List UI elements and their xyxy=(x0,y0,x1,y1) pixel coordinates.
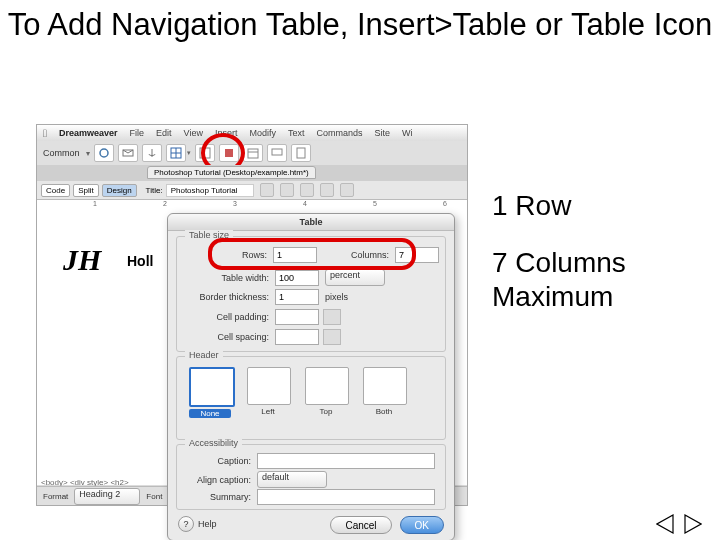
header-left-label: Left xyxy=(247,407,289,416)
prev-slide-button[interactable] xyxy=(656,514,674,534)
ruler-tick: 4 xyxy=(303,200,307,207)
view-design[interactable]: Design xyxy=(102,184,137,197)
document-tab[interactable]: Photoshop Tutorial (Desktop/example.htm*… xyxy=(147,166,316,179)
header-none[interactable]: None xyxy=(189,367,231,418)
width-label: Table width: xyxy=(177,273,269,283)
svg-point-6 xyxy=(202,150,204,152)
image-icon[interactable] xyxy=(195,144,215,162)
annotation-rows: 1 Row xyxy=(492,190,571,222)
next-slide-button[interactable] xyxy=(684,514,702,534)
slide-nav xyxy=(656,514,702,534)
font-label: Font xyxy=(146,492,162,501)
header-left[interactable]: Left xyxy=(247,367,289,418)
hyperlink-icon[interactable] xyxy=(94,144,114,162)
preview-icon[interactable] xyxy=(300,183,314,197)
cancel-button[interactable]: Cancel xyxy=(330,516,391,534)
app-name[interactable]: Dreamweaver xyxy=(59,128,118,138)
header-none-label: None xyxy=(189,409,231,418)
format-label: Format xyxy=(43,492,68,501)
group-label-acc: Accessibility xyxy=(185,438,242,448)
insert-category[interactable]: Common xyxy=(43,148,80,158)
width-unit-select[interactable]: percent xyxy=(325,269,385,286)
cellspace-input[interactable] xyxy=(275,329,319,345)
page-title-label: Title: xyxy=(146,186,163,195)
svg-rect-11 xyxy=(297,148,305,158)
refresh-icon[interactable] xyxy=(320,183,334,197)
header-top-label: Top xyxy=(305,407,347,416)
logo-text: Holl xyxy=(127,253,153,269)
menu-edit[interactable]: Edit xyxy=(156,128,172,138)
ruler-tick: 5 xyxy=(373,200,377,207)
ruler-tick: 6 xyxy=(443,200,447,207)
header-top[interactable]: Top xyxy=(305,367,347,418)
logo-script: JH xyxy=(63,243,101,277)
border-label: Border thickness: xyxy=(177,292,269,302)
comment-icon[interactable] xyxy=(267,144,287,162)
rows-label: Rows: xyxy=(233,250,267,260)
document-tab-bar: Photoshop Tutorial (Desktop/example.htm*… xyxy=(37,165,467,181)
annotation-columns: 7 Columns Maximum xyxy=(492,246,720,314)
help-label: Help xyxy=(198,519,217,529)
border-input[interactable] xyxy=(275,289,319,305)
screenshot-container:  Dreamweaver File Edit View Insert Modi… xyxy=(36,124,468,506)
cellspace-icon xyxy=(323,329,341,345)
template-icon[interactable] xyxy=(291,144,311,162)
group-accessibility: Accessibility Caption: Align caption: de… xyxy=(176,444,446,510)
caption-label: Caption: xyxy=(177,456,251,466)
svg-marker-13 xyxy=(685,515,701,533)
columns-label: Columns: xyxy=(339,250,389,260)
menu-file[interactable]: File xyxy=(130,128,145,138)
rows-input[interactable] xyxy=(273,247,317,263)
help-icon: ? xyxy=(178,516,194,532)
ruler-tick: 2 xyxy=(163,200,167,207)
summary-input[interactable] xyxy=(257,489,435,505)
caption-input[interactable] xyxy=(257,453,435,469)
svg-marker-12 xyxy=(657,515,673,533)
header-both-label: Both xyxy=(363,407,405,416)
table-dropdown-icon[interactable]: ▾ xyxy=(187,149,191,157)
date-icon[interactable] xyxy=(243,144,263,162)
width-input[interactable] xyxy=(275,270,319,286)
ruler-tick: 3 xyxy=(233,200,237,207)
columns-input[interactable] xyxy=(395,247,439,263)
apple-icon[interactable]:  xyxy=(43,127,47,139)
group-table-size: Table size Rows: Columns: Table width: p… xyxy=(176,236,446,352)
page-title-field[interactable]: Photoshop Tutorial xyxy=(166,184,254,197)
view-options-icon[interactable] xyxy=(340,183,354,197)
menu-window-trunc[interactable]: Wi xyxy=(402,128,413,138)
group-label-size: Table size xyxy=(185,230,233,240)
cellpad-input[interactable] xyxy=(275,309,319,325)
cellpad-label: Cell padding: xyxy=(177,312,269,322)
anchor-icon[interactable] xyxy=(142,144,162,162)
border-unit: pixels xyxy=(325,292,348,302)
svg-rect-8 xyxy=(248,149,258,158)
cellpad-icon xyxy=(323,309,341,325)
align-caption-label: Align caption: xyxy=(177,475,251,485)
table-icon[interactable] xyxy=(166,144,186,162)
group-header: Header None Left Top Both xyxy=(176,356,446,440)
format-select[interactable]: Heading 2 xyxy=(74,488,140,505)
email-link-icon[interactable] xyxy=(118,144,138,162)
dialog-title: Table xyxy=(168,214,454,231)
group-label-header: Header xyxy=(185,350,223,360)
view-code[interactable]: Code xyxy=(41,184,70,197)
menu-commands[interactable]: Commands xyxy=(317,128,363,138)
menu-view[interactable]: View xyxy=(184,128,203,138)
media-icon[interactable] xyxy=(219,144,239,162)
cellspace-label: Cell spacing: xyxy=(177,332,269,342)
menu-insert[interactable]: Insert xyxy=(215,128,238,138)
svg-rect-10 xyxy=(272,149,282,155)
table-dialog: Table Table size Rows: Columns: Table wi… xyxy=(167,213,455,540)
menu-modify[interactable]: Modify xyxy=(249,128,276,138)
help-button[interactable]: ? Help xyxy=(178,516,217,532)
ok-button[interactable]: OK xyxy=(400,516,444,534)
align-caption-select[interactable]: default xyxy=(257,471,327,488)
view-split[interactable]: Split xyxy=(73,184,99,197)
file-mgmt-icon[interactable] xyxy=(280,183,294,197)
validate-icon[interactable] xyxy=(260,183,274,197)
category-dropdown-icon[interactable]: ▾ xyxy=(86,149,90,158)
menu-text[interactable]: Text xyxy=(288,128,305,138)
ruler-tick: 1 xyxy=(93,200,97,207)
menu-site[interactable]: Site xyxy=(375,128,391,138)
header-both[interactable]: Both xyxy=(363,367,405,418)
